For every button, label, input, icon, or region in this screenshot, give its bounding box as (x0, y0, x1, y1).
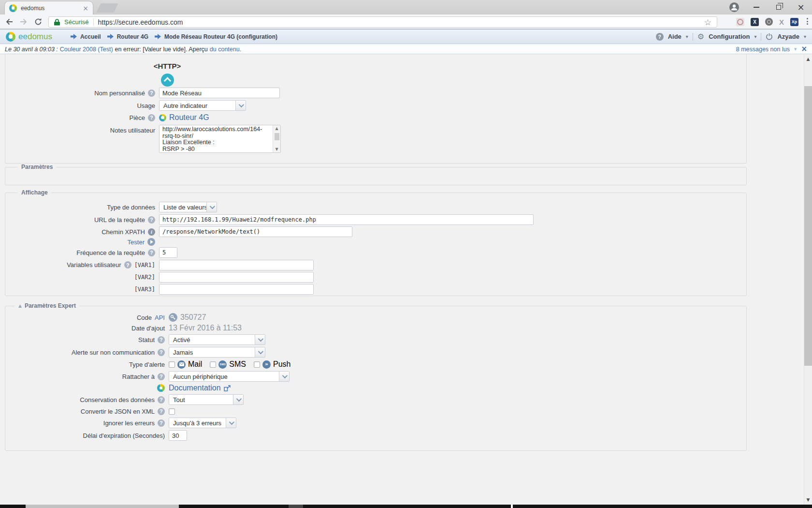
notification-content-link[interactable]: du contenu. (210, 46, 241, 53)
help-icon[interactable]: ? (158, 419, 165, 427)
help-icon[interactable]: ? (148, 90, 155, 97)
page-scrollbar[interactable]: ▲ ▼ (804, 54, 812, 505)
acrobat-extension-icon[interactable] (736, 18, 744, 26)
field-row-documentation: Documentation (5, 383, 746, 393)
new-tab-button[interactable] (96, 3, 118, 13)
notes-textarea[interactable]: http://www.laroccasolutions.com/164-rsrq… (159, 125, 281, 153)
notes-label: Notes utilisateur (110, 127, 155, 134)
secure-label[interactable]: Sécurisé (64, 18, 89, 26)
breadcrumb-accueil[interactable]: Accueil (80, 33, 101, 40)
minimize-button[interactable] (745, 0, 768, 15)
collapse-up-button[interactable] (161, 74, 174, 87)
close-window-button[interactable]: × (790, 0, 812, 15)
brand-link[interactable]: eedomus (6, 32, 52, 42)
back-button[interactable] (5, 17, 14, 28)
scroll-down-icon[interactable]: ▼ (804, 497, 812, 502)
field-row-json-xml: Convertir le JSON en XML ? (5, 406, 746, 417)
r-circle-extension-icon[interactable] (765, 18, 773, 26)
delai-label: Délai d'expiration (Secondes) (83, 432, 165, 439)
menu-aide[interactable]: Aide (668, 33, 682, 40)
sms-checkbox[interactable] (210, 361, 216, 368)
bookmark-star-icon[interactable]: ☆ (704, 17, 711, 27)
json-xml-checkbox[interactable] (169, 408, 175, 415)
chevron-down-icon: ▾ (804, 34, 806, 39)
rattacher-select[interactable]: Aucun périphérique (169, 371, 290, 382)
help-icon[interactable]: ? (148, 114, 155, 121)
collapse-triangle-icon[interactable]: ▲ (18, 303, 22, 308)
address-bar[interactable]: Sécurisé https://secure.eedomus.com ☆ (48, 16, 717, 28)
help-icon[interactable]: ? (148, 216, 155, 224)
var3-input[interactable] (159, 284, 314, 295)
api-link[interactable]: API (155, 314, 165, 321)
chevron-down-icon (226, 418, 236, 428)
browser-tab[interactable]: eedomus × (5, 1, 93, 15)
var1-input[interactable] (159, 260, 314, 270)
api-key-icon[interactable] (169, 313, 177, 322)
taskbar-window-segment[interactable] (289, 505, 303, 508)
push-checkbox[interactable] (254, 361, 260, 368)
url-text[interactable]: https://secure.eedomus.com (98, 18, 183, 26)
field-row-notes: Notes utilisateur http://www.laroccasolu… (5, 125, 746, 153)
xpath-input[interactable] (159, 226, 352, 237)
minimize-icon (754, 7, 759, 8)
menu-user[interactable]: Azyade (777, 33, 799, 40)
unread-messages-link[interactable]: 8 messages non lus (736, 46, 790, 53)
notification-device-link[interactable]: Couleur 2008 (Test) (60, 46, 113, 53)
tester-link[interactable]: Tester (128, 239, 145, 246)
play-icon[interactable] (147, 238, 155, 246)
help-icon[interactable]: ? (148, 249, 155, 256)
date-ajout-label: Date d'ajout (131, 325, 165, 332)
scrollbar-thumb[interactable] (275, 133, 279, 140)
notification-close-icon[interactable]: × (801, 45, 807, 53)
ignorer-select[interactable]: Jusqu'à 3 erreurs (169, 418, 236, 428)
restore-button[interactable] (768, 0, 790, 15)
nom-input[interactable] (159, 88, 280, 98)
piece-link[interactable]: Routeur 4G (169, 113, 209, 122)
external-link-icon[interactable] (224, 385, 231, 391)
reload-button[interactable] (34, 17, 43, 28)
textarea-scrollbar[interactable]: ▲ ▼ (273, 125, 280, 152)
usage-select[interactable]: Autre indicateur (159, 100, 246, 111)
breadcrumb-routeur[interactable]: Routeur 4G (117, 33, 148, 40)
window-controls: × (723, 0, 812, 15)
var2-input[interactable] (159, 272, 314, 283)
help-icon[interactable]: ? (158, 396, 165, 403)
taskbar-window-segment[interactable] (26, 505, 179, 508)
forward-button[interactable] (19, 17, 28, 28)
eedomus-logo-icon (6, 32, 15, 42)
help-icon[interactable]: ? (158, 408, 165, 415)
chevron-down-icon (206, 202, 217, 212)
help-icon[interactable]: ? (158, 373, 165, 380)
help-icon[interactable]: ? (158, 336, 165, 344)
xp-extension-icon[interactable]: Xp (790, 18, 798, 26)
frequence-input[interactable] (159, 247, 177, 258)
alerte-select[interactable]: Jamais (169, 347, 265, 358)
statut-select[interactable]: Activé (169, 334, 265, 345)
mail-checkbox[interactable] (169, 361, 175, 368)
x-gray-extension-icon[interactable]: X (779, 18, 784, 26)
delai-input[interactable] (169, 430, 187, 441)
field-row-var3: [VAR3] (5, 283, 746, 295)
documentation-link[interactable]: Documentation (169, 384, 221, 392)
scroll-up-icon[interactable]: ▲ (273, 126, 280, 131)
type-donnees-select[interactable]: Liste de valeurs (159, 202, 217, 212)
help-menu-icon: ? (656, 33, 664, 41)
info-icon[interactable]: i (148, 228, 155, 236)
url-requete-input[interactable] (159, 214, 534, 225)
scroll-up-icon[interactable]: ▲ (804, 57, 812, 61)
chevron-down-icon[interactable]: ▾ (794, 46, 797, 52)
field-row-tester: Tester (5, 238, 746, 246)
conservation-select[interactable]: Tout (169, 394, 244, 405)
help-icon[interactable]: ? (124, 261, 131, 269)
x-extension-icon[interactable]: X (751, 18, 759, 26)
date-ajout-value: 13 Févr 2016 à 11:53 (169, 324, 242, 332)
chevron-down-icon (235, 101, 246, 110)
taskbar[interactable] (0, 505, 812, 508)
chrome-menu-icon[interactable] (807, 18, 808, 25)
scroll-down-icon[interactable]: ▼ (273, 147, 280, 151)
scrollbar-thumb[interactable] (804, 86, 812, 366)
tab-close-icon[interactable]: × (83, 5, 88, 12)
profile-button[interactable] (723, 0, 745, 15)
menu-configuration[interactable]: Configuration (709, 33, 750, 40)
help-icon[interactable]: ? (158, 349, 165, 356)
